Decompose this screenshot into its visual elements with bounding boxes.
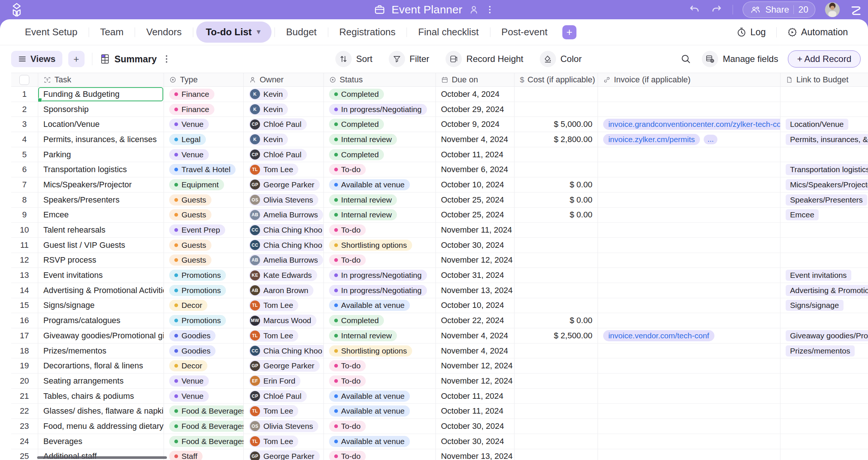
task-cell[interactable]: Mics/Speakers/Projector [38, 177, 164, 192]
row-number-cell[interactable]: 19 [11, 358, 38, 373]
tab-budget[interactable]: Budget [275, 26, 328, 38]
status-cell[interactable]: Completed [324, 147, 436, 162]
log-button[interactable]: Log [731, 27, 771, 37]
owner-chip[interactable]: EFErin Ford [249, 375, 300, 387]
budget-link-chip[interactable]: Emcee [786, 209, 819, 220]
type-cell[interactable]: Food & Beverages [164, 404, 244, 418]
type-cell[interactable]: Finance [164, 102, 244, 117]
status-cell[interactable]: Available at venue [324, 177, 436, 192]
cost-cell[interactable] [514, 162, 598, 177]
status-chip[interactable]: Completed [329, 315, 384, 326]
status-chip[interactable]: Completed [329, 89, 384, 100]
cost-cell[interactable]: $ 0.00 [514, 193, 598, 207]
budget-link-chip[interactable]: Mics/Speakers/Projector [786, 179, 868, 190]
type-cell[interactable]: Venue [164, 147, 244, 162]
status-cell[interactable]: Completed [324, 313, 436, 328]
due-date-cell[interactable]: October 25, 2024 [436, 193, 515, 207]
invoice-cell[interactable]: invoice.grandconventioncenter.com/zylker… [598, 117, 780, 132]
invoice-cell[interactable] [598, 404, 780, 418]
budget-link-cell[interactable] [780, 238, 868, 253]
owner-chip[interactable]: KKevin [249, 134, 288, 145]
task-cell[interactable]: Programs/catalogues [38, 313, 164, 328]
filter-button[interactable]: Filter [389, 51, 429, 67]
type-cell[interactable]: Guests [164, 193, 244, 207]
due-date-cell[interactable]: October 10, 2024 [436, 177, 515, 192]
invoice-cell[interactable] [598, 358, 780, 373]
status-chip[interactable]: To-do [329, 375, 366, 387]
due-date-cell[interactable]: November 6, 2024 [436, 162, 515, 177]
invite-user-icon[interactable] [468, 4, 480, 15]
invoice-cell[interactable] [598, 87, 780, 102]
column-header-type[interactable]: Type [164, 73, 244, 86]
column-header-due-on[interactable]: Due on [436, 73, 515, 86]
status-cell[interactable]: Available at venue [324, 298, 436, 313]
status-chip[interactable]: To-do [329, 360, 366, 371]
owner-cell[interactable]: OSOlivia Stevens [244, 193, 324, 207]
due-date-cell[interactable]: October 22, 2024 [436, 313, 515, 328]
status-chip[interactable]: Internal review [329, 330, 397, 341]
column-header-cost[interactable]: $ Cost (if applicable) [514, 73, 598, 86]
type-chip[interactable]: Guests [169, 240, 211, 251]
task-cell[interactable]: Parking [38, 147, 164, 162]
budget-link-cell[interactable] [780, 313, 868, 328]
color-button[interactable]: Color [540, 51, 582, 67]
status-cell[interactable]: Shortlisting options [324, 238, 436, 253]
owner-chip[interactable]: CCChia Ching Khoo [249, 224, 324, 236]
cost-cell[interactable]: $ 2,800.00 [514, 132, 598, 147]
cost-cell[interactable]: $ 0.00 [514, 313, 598, 328]
task-cell[interactable]: Beverages [38, 434, 164, 449]
budget-link-chip[interactable]: Advertising & Promotional Activities [786, 285, 868, 296]
task-cell[interactable]: Prizes/mementos [38, 344, 164, 358]
task-cell[interactable]: Glasses/ dishes, flatware & napkins [38, 404, 164, 418]
due-date-cell[interactable]: November 4, 2024 [436, 328, 515, 343]
cost-cell[interactable] [514, 223, 598, 237]
type-chip[interactable]: Goodies [169, 345, 216, 356]
status-chip[interactable]: Internal review [329, 194, 397, 206]
owner-chip[interactable]: TLTom Lee [249, 436, 299, 447]
owner-chip[interactable]: TLTom Lee [249, 164, 299, 175]
task-cell[interactable]: Emcee [38, 208, 164, 223]
budget-link-chip[interactable]: Signs/signage [786, 300, 844, 311]
budget-link-cell[interactable]: Location/Venue [780, 117, 868, 132]
owner-cell[interactable]: MWMarcus Wood [244, 313, 324, 328]
row-number-cell[interactable]: 15 [11, 298, 38, 313]
row-number-cell[interactable]: 10 [11, 223, 38, 237]
owner-chip[interactable]: OSOlivia Stevens [249, 194, 318, 206]
row-number-cell[interactable]: 24 [11, 434, 38, 449]
invoice-link-chip[interactable]: invoice.zylker.cm/permits [603, 134, 700, 145]
row-number-cell[interactable]: 8 [11, 193, 38, 207]
cost-cell[interactable] [514, 268, 598, 283]
status-chip[interactable]: Shortlisting options [329, 240, 412, 251]
tab-team[interactable]: Team [89, 26, 135, 38]
budget-link-cell[interactable]: Advertising & Promotional Activities [780, 283, 868, 298]
owner-chip[interactable]: GPGeorge Parker [249, 360, 320, 372]
status-cell[interactable]: Available at venue [324, 389, 436, 404]
owner-chip[interactable]: KKevin [249, 104, 288, 115]
status-chip[interactable]: Internal review [329, 134, 397, 145]
cost-cell[interactable] [514, 238, 598, 253]
type-cell[interactable]: Food & Beverages [164, 434, 244, 449]
cost-cell[interactable] [514, 253, 598, 268]
type-chip[interactable]: Decor [169, 360, 207, 371]
owner-chip[interactable]: GPGeorge Parker [249, 450, 320, 460]
type-chip[interactable]: Staff [169, 451, 203, 460]
status-chip[interactable]: Available at venue [329, 300, 410, 311]
task-cell[interactable]: Tables, chairs & podiums [38, 389, 164, 404]
invoice-cell[interactable] [598, 313, 780, 328]
selection-handle[interactable] [38, 98, 42, 102]
budget-link-chip[interactable]: Prizes/mementos [786, 345, 855, 356]
due-date-cell[interactable]: October 30, 2024 [436, 419, 515, 434]
type-cell[interactable]: Travel & Hotel [164, 162, 244, 177]
due-date-cell[interactable]: November 13, 2024 [436, 283, 515, 298]
cost-cell[interactable] [514, 389, 598, 404]
type-cell[interactable]: Promotions [164, 313, 244, 328]
type-cell[interactable]: Venue [164, 389, 244, 404]
view-kebab-icon[interactable] [162, 53, 171, 65]
due-date-cell[interactable]: October 29, 2024 [436, 102, 515, 117]
type-cell[interactable]: Venue [164, 374, 244, 388]
status-cell[interactable]: Completed [324, 87, 436, 102]
redo-icon[interactable] [710, 3, 723, 16]
type-chip[interactable]: Goodies [169, 330, 216, 341]
owner-chip[interactable]: CPChloé Paul [249, 118, 307, 130]
invoice-cell[interactable] [598, 253, 780, 268]
